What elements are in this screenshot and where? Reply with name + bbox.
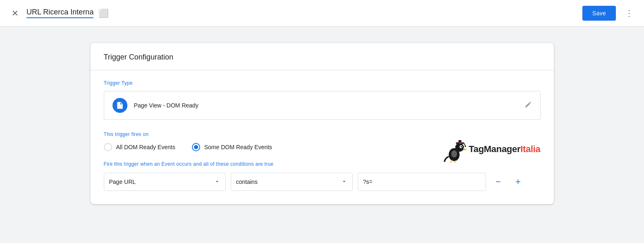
svg-line-4 xyxy=(464,143,466,146)
radio-option-some[interactable]: Some DOM Ready Events xyxy=(192,143,272,151)
radio-circle-some xyxy=(192,143,200,151)
trigger-type-name: Page View - DOM Ready xyxy=(134,102,199,109)
tagmanageritalia-logo: TagManagerItalia xyxy=(440,135,540,164)
trigger-type-label: Trigger Type xyxy=(104,80,541,86)
more-icon: ⋮ xyxy=(625,8,633,18)
conditions-row: Page URL contains − xyxy=(104,173,541,191)
trigger-type-icon xyxy=(113,98,127,113)
card-body: Trigger Type Page View - DOM Ready xyxy=(91,70,554,204)
folder-icon[interactable]: ⬜ xyxy=(98,8,109,18)
topbar: ✕ URL Ricerca Interna ⬜ Save ⋮ xyxy=(0,0,644,26)
radio-label-some: Some DOM Ready Events xyxy=(204,144,272,150)
trigger-type-left: Page View - DOM Ready xyxy=(113,98,199,113)
svg-point-7 xyxy=(461,146,462,148)
radio-dot-some xyxy=(194,145,198,149)
minus-icon: − xyxy=(496,176,501,187)
operator-value: contains xyxy=(236,179,258,185)
edit-icon[interactable] xyxy=(524,101,532,110)
main-content: Trigger Configuration Trigger Type Page … xyxy=(0,26,644,221)
condition-value-input[interactable] xyxy=(358,173,486,191)
logo-text-container: TagManagerItalia xyxy=(469,144,540,155)
trigger-type-selector[interactable]: Page View - DOM Ready xyxy=(104,91,541,120)
add-condition-button[interactable]: + xyxy=(511,174,526,189)
remove-condition-button[interactable]: − xyxy=(491,174,506,189)
card-header-title: Trigger Configuration xyxy=(104,53,173,61)
logo-wrapper: TagManagerItalia xyxy=(440,135,540,164)
card-header: Trigger Configuration xyxy=(91,43,554,70)
operator-chevron-icon xyxy=(341,178,347,186)
radio-label-all: All DOM Ready Events xyxy=(116,144,175,150)
svg-point-5 xyxy=(465,145,467,147)
topbar-actions: Save ⋮ xyxy=(582,5,637,21)
logo-bird-icon xyxy=(440,135,469,164)
variable-chevron-icon xyxy=(214,178,220,186)
more-button[interactable]: ⋮ xyxy=(621,5,637,21)
svg-point-1 xyxy=(455,143,464,152)
radio-group: All DOM Ready Events Some DOM Ready Even… xyxy=(104,143,541,151)
close-icon: ✕ xyxy=(12,8,19,18)
svg-line-9 xyxy=(450,160,452,162)
svg-point-11 xyxy=(451,150,457,158)
radio-circle-all xyxy=(104,143,112,151)
close-button[interactable]: ✕ xyxy=(7,5,23,21)
variable-dropdown[interactable]: Page URL xyxy=(104,173,226,191)
plus-icon: + xyxy=(515,176,521,187)
save-button[interactable]: Save xyxy=(582,6,616,21)
operator-dropdown[interactable]: contains xyxy=(231,173,353,191)
page-title: URL Ricerca Interna xyxy=(26,8,93,18)
variable-value: Page URL xyxy=(109,179,136,185)
radio-option-all[interactable]: All DOM Ready Events xyxy=(104,143,175,151)
logo-text-black: TagManager xyxy=(469,144,520,154)
trigger-config-card: Trigger Configuration Trigger Type Page … xyxy=(91,43,554,204)
svg-marker-8 xyxy=(463,148,468,150)
logo-text-red: Italia xyxy=(520,144,540,154)
